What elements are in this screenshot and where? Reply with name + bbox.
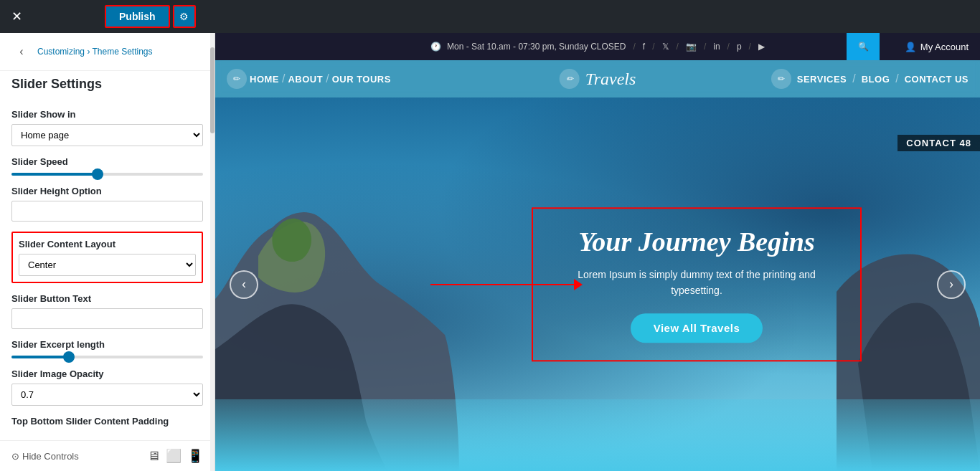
footer-device-icons: 🖥 ⬜ 📱 — [147, 448, 203, 464]
arrow-line — [430, 284, 574, 285]
desktop-icon[interactable]: 🖥 — [147, 449, 160, 464]
youtube-icon[interactable]: ▶ — [758, 42, 765, 52]
slider-speed-label: Slider Speed — [11, 156, 203, 167]
slider-content-layout-select[interactable]: Center — [19, 254, 196, 276]
slider-content-layout-group: Slider Content Layout Center — [11, 232, 203, 283]
sidebar-header: ‹ Customizing › Theme Settings — [0, 33, 215, 71]
site-logo: ✏ Travels — [560, 69, 636, 89]
slider-image-opacity-label: Slider Image Opacity — [11, 368, 203, 379]
facebook-icon[interactable]: f — [643, 42, 645, 52]
slider-button-text-label: Slider Button Text — [11, 293, 203, 304]
next-icon: › — [949, 277, 953, 292]
logo-text: Travels — [585, 70, 636, 89]
breadcrumb-customizing: Customizing — [37, 47, 85, 57]
instagram-icon[interactable]: 📷 — [686, 42, 697, 52]
site-topbar: 🕐 Mon - Sat 10.am - 07:30 pm, Sunday CLO… — [215, 33, 980, 60]
topbar-hours: Mon - Sat 10.am - 07:30 pm, Sunday CLOSE… — [447, 42, 626, 52]
slider-image-opacity-select[interactable]: 0.7 — [11, 384, 203, 406]
edit-pencil-right[interactable]: ✏ — [771, 69, 791, 89]
my-account-button[interactable]: 👤 My Account — [905, 42, 980, 52]
slider-height-group: Slider Height Option — [11, 186, 203, 222]
twitter-icon[interactable]: 𝕏 — [662, 42, 669, 52]
prev-icon: ‹ — [242, 277, 246, 292]
slider-speed-fill — [11, 173, 98, 176]
slider-excerpt-track[interactable] — [11, 356, 203, 358]
customizer-sidebar: ‹ Customizing › Theme Settings Slider Se… — [0, 33, 215, 471]
hero-slider: ‹ Your Journey Begins Lorem Ipsum is sim… — [215, 97, 980, 471]
gear-icon: ⚙ — [179, 11, 189, 22]
settings-button[interactable]: ⚙ — [173, 5, 196, 28]
nav-about[interactable]: ABOUT — [288, 74, 323, 85]
slider-content-layout-label: Slider Content Layout — [19, 239, 196, 249]
slider-button-text-group: Slider Button Text View All Travels — [11, 293, 203, 329]
main-area: ‹ Customizing › Theme Settings Slider Se… — [0, 33, 980, 471]
slider-image-opacity-group: Slider Image Opacity 0.7 — [11, 368, 203, 406]
water-bottom — [215, 399, 980, 471]
slider-show-in-label: Slider Show in — [11, 109, 203, 120]
site-nav: ✏ Home / ABOUT / OUR TOURS ✏ Travels ✏ S… — [215, 60, 980, 97]
breadcrumb-separator: › — [87, 47, 92, 57]
next-slide-button[interactable]: › — [937, 270, 966, 299]
prev-slide-button[interactable]: ‹ — [230, 270, 258, 299]
top-bottom-padding-group: Top Bottom Slider Content Padding — [11, 416, 203, 431]
arrow-indicator — [430, 279, 583, 290]
top-bar: ✕ Publish ⚙ — [0, 0, 980, 33]
nav-contact[interactable]: CONTACT US — [905, 74, 969, 85]
slider-button-text-input[interactable]: View All Travels — [11, 308, 203, 329]
edit-pencil-logo[interactable]: ✏ — [560, 69, 580, 89]
hide-controls-toggle[interactable]: ⊙ Hide Controls — [11, 451, 79, 462]
top-bottom-padding-label: Top Bottom Slider Content Padding — [11, 416, 203, 427]
mobile-icon[interactable]: 📱 — [187, 448, 203, 464]
back-icon: ‹ — [19, 45, 23, 58]
sidebar-footer: ⊙ Hide Controls 🖥 ⬜ 📱 — [0, 440, 215, 471]
arrow-head — [574, 279, 583, 290]
hide-icon: ⊙ — [11, 451, 19, 462]
slider-speed-track[interactable] — [11, 173, 203, 176]
hero-title: Your Journey Begins — [553, 226, 840, 259]
breadcrumb: Customizing › Theme Settings — [37, 47, 153, 57]
panel-title: Slider Settings — [0, 71, 215, 100]
hide-controls-text: Hide Controls — [22, 451, 79, 462]
slider-show-in-select[interactable]: Home page — [11, 124, 203, 146]
topbar-separator1: / — [633, 42, 636, 52]
website-preview: 🕐 Mon - Sat 10.am - 07:30 pm, Sunday CLO… — [215, 33, 980, 471]
nav-our-tours[interactable]: OUR TOURS — [332, 74, 391, 85]
hero-cta-button[interactable]: View All Travels — [631, 313, 763, 343]
website-content: 🕐 Mon - Sat 10.am - 07:30 pm, Sunday CLO… — [215, 33, 980, 471]
nav-left: ✏ Home / ABOUT / OUR TOURS — [215, 69, 391, 89]
user-icon: 👤 — [905, 42, 916, 52]
nav-blog[interactable]: BLOG — [862, 74, 890, 85]
edit-pencil-left[interactable]: ✏ — [227, 69, 247, 89]
slider-excerpt-thumb[interactable] — [63, 351, 75, 363]
slider-excerpt-group: Slider Excerpt length — [11, 339, 203, 358]
pinterest-icon[interactable]: p — [737, 42, 742, 52]
sidebar-scrollbar[interactable] — [210, 33, 215, 471]
clock-icon: 🕐 — [430, 42, 441, 52]
tablet-icon[interactable]: ⬜ — [166, 448, 182, 464]
slider-height-label: Slider Height Option — [11, 186, 203, 196]
nav-services[interactable]: SERVICES — [797, 74, 847, 85]
slider-show-in-group: Slider Show in Home page — [11, 109, 203, 146]
close-button[interactable]: ✕ — [0, 0, 33, 33]
scrollbar-thumb — [210, 47, 215, 133]
publish-button[interactable]: Publish — [105, 5, 170, 28]
nav-home[interactable]: Home — [250, 74, 279, 85]
hero-description: Lorem Ipsum is simply dummy text of the … — [553, 267, 840, 299]
breadcrumb-section: Theme Settings — [93, 47, 153, 57]
slider-speed-group: Slider Speed — [11, 156, 203, 176]
search-icon: 🔍 — [858, 42, 869, 52]
slider-height-input[interactable] — [11, 201, 203, 222]
contact-badge[interactable]: CONTACT 48 — [897, 135, 980, 151]
sidebar-content: Slider Show in Home page Slider Speed Sl… — [0, 100, 215, 439]
nav-right: ✏ SERVICES / BLOG / CONTACT US — [771, 69, 969, 89]
slider-speed-thumb[interactable] — [92, 168, 103, 180]
slider-excerpt-label: Slider Excerpt length — [11, 339, 203, 350]
my-account-label: My Account — [920, 42, 969, 52]
slider-excerpt-fill — [11, 356, 69, 358]
linkedin-icon[interactable]: in — [713, 42, 720, 52]
publish-area: Publish ⚙ — [105, 5, 196, 28]
site-search-button[interactable]: 🔍 — [847, 33, 880, 60]
back-button[interactable]: ‹ — [11, 42, 32, 62]
